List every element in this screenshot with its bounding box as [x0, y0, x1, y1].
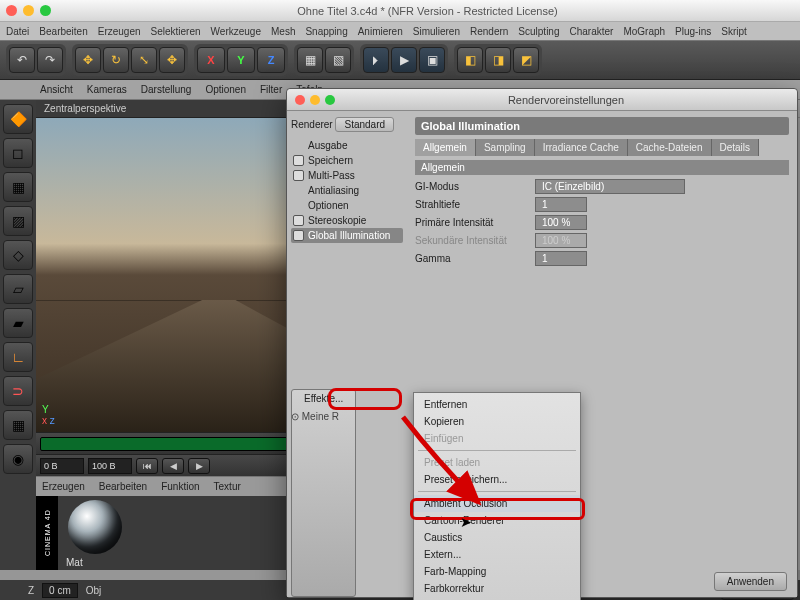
material-preview[interactable] — [68, 500, 122, 554]
effects-context-menu[interactable]: Entfernen Kopieren Einfügen Preset laden… — [413, 392, 581, 600]
gi-tabs[interactable]: Allgemein Sampling Irradiance Cache Cach… — [415, 139, 789, 156]
magnet-tool[interactable]: ⊃ — [3, 376, 33, 406]
view-menu-item[interactable]: Ansicht — [40, 84, 73, 95]
menu-item[interactable]: Werkzeuge — [211, 26, 261, 37]
tab-details[interactable]: Details — [712, 139, 760, 156]
polygon-mode[interactable]: ▰ — [3, 308, 33, 338]
checkbox-icon[interactable] — [293, 230, 304, 241]
undo-button[interactable]: ↶ — [9, 47, 35, 73]
coord-button[interactable]: ▦ — [297, 47, 323, 73]
material-name[interactable]: Mat — [66, 557, 83, 568]
ctx-farb-mapping[interactable]: Farb-Mapping — [414, 563, 580, 580]
menu-item[interactable]: Animieren — [358, 26, 403, 37]
checkbox-icon[interactable] — [293, 155, 304, 166]
gi-depth-value[interactable]: 1 — [535, 197, 587, 212]
render-settings-button[interactable]: ▣ — [419, 47, 445, 73]
menu-item[interactable]: Bearbeiten — [39, 26, 87, 37]
menu-item[interactable]: Mesh — [271, 26, 295, 37]
dialog-minimize-icon[interactable] — [310, 95, 320, 105]
point-mode[interactable]: ◇ — [3, 240, 33, 270]
dialog-zoom-icon[interactable] — [325, 95, 335, 105]
scale-tool[interactable]: ⤡ — [131, 47, 157, 73]
ctx-preset-speichern[interactable]: Preset speichern... — [414, 471, 580, 488]
texture-mode[interactable]: ▦ — [3, 172, 33, 202]
view-menu-item[interactable]: Kameras — [87, 84, 127, 95]
grid-button[interactable]: ▧ — [325, 47, 351, 73]
menu-item[interactable]: Sculpting — [518, 26, 559, 37]
menu-item[interactable]: Charakter — [569, 26, 613, 37]
mat-menu-item[interactable]: Textur — [214, 481, 241, 492]
close-icon[interactable] — [6, 5, 17, 16]
model-mode[interactable]: ◻ — [3, 138, 33, 168]
nurbs-button[interactable]: ◩ — [513, 47, 539, 73]
renderer-select[interactable]: Standard — [335, 117, 394, 132]
menu-item[interactable]: Datei — [6, 26, 29, 37]
option-label[interactable]: Multi-Pass — [308, 170, 355, 181]
gi-gamma-value[interactable]: 1 — [535, 251, 587, 266]
axis-y-toggle[interactable]: Y — [227, 47, 255, 73]
checkbox-icon[interactable] — [293, 170, 304, 181]
live-selection-tool[interactable]: 🔶 — [3, 104, 33, 134]
primitive-button[interactable]: ◧ — [457, 47, 483, 73]
move-tool[interactable]: ✥ — [75, 47, 101, 73]
menu-item[interactable]: Skript — [721, 26, 747, 37]
redo-button[interactable]: ↷ — [37, 47, 63, 73]
spline-button[interactable]: ◨ — [485, 47, 511, 73]
locked-tool[interactable]: ◉ — [3, 444, 33, 474]
option-label[interactable]: Speichern — [308, 155, 353, 166]
traffic-lights[interactable] — [6, 5, 51, 16]
tab-cache[interactable]: Cache-Dateien — [628, 139, 712, 156]
mat-menu-item[interactable]: Funktion — [161, 481, 199, 492]
ctx-farbkorrektur[interactable]: Farbkorrektur — [414, 580, 580, 597]
edge-mode[interactable]: ▱ — [3, 274, 33, 304]
option-label[interactable]: Stereoskopie — [308, 215, 366, 226]
tab-allgemein[interactable]: Allgemein — [415, 139, 476, 156]
snap-tool[interactable]: ▦ — [3, 410, 33, 440]
rotate-tool[interactable]: ↻ — [103, 47, 129, 73]
mat-menu-item[interactable]: Erzeugen — [42, 481, 85, 492]
render-view-button[interactable]: ⏵ — [363, 47, 389, 73]
option-label[interactable]: Global Illumination — [308, 230, 390, 241]
menu-item[interactable]: Simulieren — [413, 26, 460, 37]
end-frame[interactable]: 100 B — [88, 458, 132, 474]
workplane-mode[interactable]: ▨ — [3, 206, 33, 236]
render-picture-button[interactable]: ▶ — [391, 47, 417, 73]
view-menu-item[interactable]: Darstellung — [141, 84, 192, 95]
gi-mode-value[interactable]: IC (Einzelbild) — [535, 179, 685, 194]
coord-value[interactable]: 0 cm — [42, 583, 78, 598]
play-button[interactable]: ▶ — [188, 458, 210, 474]
menu-item[interactable]: MoGraph — [623, 26, 665, 37]
minimize-icon[interactable] — [23, 5, 34, 16]
my-render-row[interactable]: ⊙ Meine R — [291, 411, 339, 422]
prev-frame-button[interactable]: ◀ — [162, 458, 184, 474]
dialog-close-icon[interactable] — [295, 95, 305, 105]
menu-item[interactable]: Plug-ins — [675, 26, 711, 37]
start-frame[interactable]: 0 B — [40, 458, 84, 474]
tab-sampling[interactable]: Sampling — [476, 139, 535, 156]
ctx-extern[interactable]: Extern... — [414, 546, 580, 563]
apply-button[interactable]: Anwenden — [714, 572, 787, 591]
view-menu-item[interactable]: Filter — [260, 84, 282, 95]
menu-item[interactable]: Rendern — [470, 26, 508, 37]
ctx-cartoon-renderer[interactable]: Cartoon-Renderer — [414, 512, 580, 529]
view-menu-item[interactable]: Optionen — [205, 84, 246, 95]
axis-mode[interactable]: ∟ — [3, 342, 33, 372]
ctx-kopieren[interactable]: Kopieren — [414, 413, 580, 430]
zoom-icon[interactable] — [40, 5, 51, 16]
ctx-ambient-occlusion[interactable]: Ambient Occlusion — [414, 495, 580, 512]
menu-item[interactable]: Snapping — [305, 26, 347, 37]
goto-start-button[interactable]: ⏮ — [136, 458, 158, 474]
option-label[interactable]: Optionen — [308, 200, 349, 211]
gi-primary-value[interactable]: 100 % — [535, 215, 587, 230]
option-label[interactable]: Ausgabe — [308, 140, 347, 151]
menu-item[interactable]: Erzeugen — [98, 26, 141, 37]
dialog-titlebar[interactable]: Rendervoreinstellungen — [287, 89, 797, 111]
axis-z-toggle[interactable]: Z — [257, 47, 285, 73]
tab-irradiance[interactable]: Irradiance Cache — [535, 139, 628, 156]
menu-item[interactable]: Selektieren — [151, 26, 201, 37]
option-label[interactable]: Antialiasing — [308, 185, 359, 196]
mat-menu-item[interactable]: Bearbeiten — [99, 481, 147, 492]
checkbox-icon[interactable] — [293, 215, 304, 226]
ctx-caustics[interactable]: Caustics — [414, 529, 580, 546]
main-menubar[interactable]: Datei Bearbeiten Erzeugen Selektieren We… — [0, 22, 800, 40]
